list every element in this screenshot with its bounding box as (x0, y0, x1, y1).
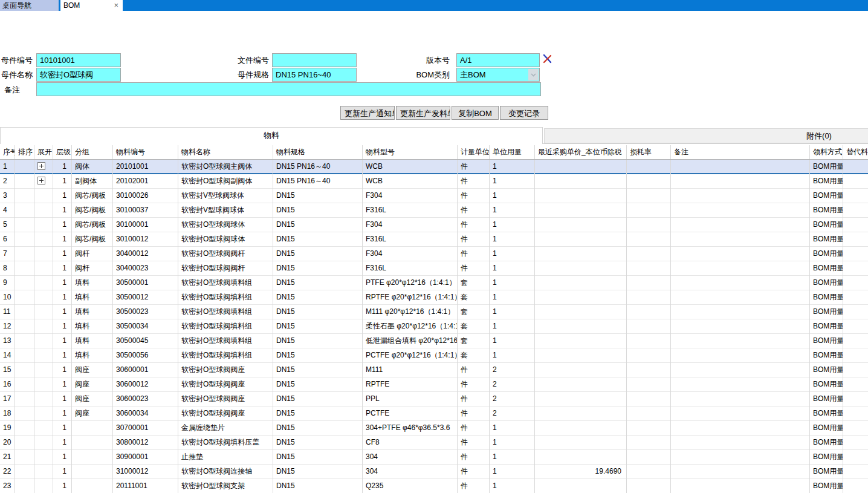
col-header-issue-method[interactable]: 领料方式 (810, 145, 843, 159)
cell-material-model: F304 (363, 218, 458, 232)
cell-sort (15, 261, 34, 276)
version-input[interactable]: A/1 (456, 53, 540, 67)
table-row[interactable]: 22131000012软密封O型球阀连接轴DN15304件119.4690BOM… (0, 465, 868, 479)
tab-materials[interactable]: 物料 (0, 127, 543, 144)
table-row[interactable]: 151阀座30600001软密封O型球阀阀座DN15M111件2BOM用量 (0, 363, 868, 377)
cell-group: 填料 (72, 348, 113, 363)
cell-group: 填料 (72, 319, 113, 334)
chevron-down-icon[interactable] (528, 69, 539, 80)
col-header-loss-rate[interactable]: 损耗率 (627, 145, 671, 159)
cell-group: 阀座 (72, 392, 113, 406)
cell-material-model: PCTFE φ20*φ12*16（1:4:1） (363, 348, 458, 363)
bom-type-select[interactable]: 主BOM (456, 68, 540, 82)
cell-material-code: 30600023 (113, 392, 178, 406)
table-row[interactable]: 91填料30500001软密封O型球阀填料组DN15PTFE φ20*φ12*1… (0, 276, 868, 290)
table-row[interactable]: 101填料30500012软密封O型球阀填料组DN15RPTFE φ20*φ12… (0, 290, 868, 305)
cell-loss-rate (627, 189, 671, 203)
cell-qty-per-unit: 1 (490, 174, 535, 189)
table-row[interactable]: 41阀芯/阀板30100037软密封V型球阀球体DN15F316L件1BOM用量 (0, 203, 868, 218)
col-header-material-code[interactable]: 物料编号 (113, 145, 178, 159)
bom-window: { "topbar": { "tabs": [ {"label": "桌面导航"… (0, 0, 868, 493)
col-header-expand[interactable]: 展开 (34, 145, 53, 159)
cell-unit: 套 (458, 319, 490, 334)
table-row[interactable]: 111填料30500023软密封O型球阀填料组DN15M111 φ20*φ12*… (0, 305, 868, 319)
cell-seq: 12 (0, 319, 15, 334)
col-header-unit[interactable]: 计量单位 (458, 145, 490, 159)
table-row[interactable]: 11阀体20101001软密封O型球阀主阀体DN15 PN16～40WCB件1B… (0, 160, 868, 174)
expand-icon[interactable] (37, 162, 45, 170)
cell-substitute (843, 189, 868, 203)
cell-material-name: 软密封O型球阀球体 (178, 232, 273, 247)
col-header-substitute[interactable]: 替代料 (843, 145, 868, 159)
table-row[interactable]: 141填料30500056软密封O型球阀填料组DN15PCTFE φ20*φ12… (0, 348, 868, 363)
cell-issue-method: BOM用量 (810, 421, 843, 436)
cell-recent-price (535, 305, 627, 319)
cell-substitute (843, 174, 868, 189)
expand-icon[interactable] (37, 177, 45, 184)
table-row[interactable]: 161阀座30600012软密封O型球阀阀座DN15RPTFE件2BOM用量 (0, 377, 868, 392)
cell-expand (34, 406, 53, 421)
table-row[interactable]: 23120111001软密封O型球阀支架DN15Q235件1BOM用量 (0, 479, 868, 493)
cell-issue-method: BOM用量 (810, 406, 843, 421)
col-header-group[interactable]: 分组 (72, 145, 113, 159)
col-header-material-spec[interactable]: 物料规格 (273, 145, 363, 159)
cell-group: 阀芯/阀板 (72, 232, 113, 247)
col-header-seq[interactable]: 序号 (0, 145, 15, 159)
table-row[interactable]: 21副阀体20102001软密封O型球阀副阀体DN15 PN16～40WCB件1… (0, 174, 868, 189)
table-row[interactable]: 20130800012软密封O型球阀填料压盖DN15CF8件1BOM用量 (0, 436, 868, 450)
parent-code-input[interactable]: 10101001 (36, 53, 121, 67)
table-row[interactable]: 21130900001止推垫DN15304件1BOM用量 (0, 450, 868, 465)
table-row[interactable]: 19130700001金属缠绕垫片DN15304+PTFE φ46*φ36.5*… (0, 421, 868, 436)
col-header-material-model[interactable]: 物料型号 (363, 145, 458, 159)
doc-code-input[interactable] (272, 53, 357, 67)
version-tools-icon[interactable] (542, 54, 552, 64)
tab-desktop-nav[interactable]: 桌面导航 (0, 0, 59, 11)
table-row[interactable]: 121填料30500034软密封O型球阀填料组DN15柔性石墨 φ20*φ12*… (0, 319, 868, 334)
cell-remark (671, 392, 810, 406)
cell-seq: 1 (0, 160, 15, 174)
cell-expand (34, 334, 53, 348)
update-production-notice-button[interactable]: 更新生产通知单 (340, 106, 395, 120)
copy-bom-button[interactable]: 复制BOM (452, 106, 499, 120)
cell-expand (34, 421, 53, 436)
table-row[interactable]: 131填料30500045软密封O型球阀填料组DN15低泄漏组合填料 φ20*φ… (0, 334, 868, 348)
cell-expand (34, 232, 53, 247)
table-row[interactable]: 81阀杆30400023软密封O型球阀阀杆DN15F316L件1BOM用量 (0, 261, 868, 276)
table-row[interactable]: 61阀芯/阀板30100012软密封O型球阀球体DN15F316L件1BOM用量 (0, 232, 868, 247)
tab-bom[interactable]: BOM × (60, 0, 123, 11)
col-header-qty-per-unit[interactable]: 单位用量 (490, 145, 535, 159)
cell-issue-method: BOM用量 (810, 465, 843, 479)
table-row[interactable]: 31阀芯/阀板30100026软密封V型球阀球体DN15F304件1BOM用量 (0, 189, 868, 203)
table-row[interactable]: 51阀芯/阀板30100001软密封O型球阀球体DN15F304件1BOM用量 (0, 218, 868, 232)
col-header-sort[interactable]: 排序 (15, 145, 34, 159)
col-header-level[interactable]: 层级 (53, 145, 72, 159)
parent-spec-input[interactable]: DN15 PN16~40 (272, 68, 357, 82)
cell-expand (34, 261, 53, 276)
col-header-remark[interactable]: 备注 (671, 145, 810, 159)
table-row[interactable]: 71阀杆30400012软密封O型球阀阀杆DN15F304件1BOM用量 (0, 247, 868, 261)
parent-name-input[interactable]: 软密封O型球阀 (36, 68, 121, 82)
cell-remark (671, 305, 810, 319)
cell-sort (15, 363, 34, 377)
cell-group: 阀座 (72, 363, 113, 377)
table-row[interactable]: 181阀座30600034软密封O型球阀阀座DN15PCTFE件2BOM用量 (0, 406, 868, 421)
cell-loss-rate (627, 290, 671, 305)
cell-remark (671, 247, 810, 261)
col-header-recent-price[interactable]: 最近采购单价_本位币除税 (535, 145, 627, 159)
cell-qty-per-unit: 1 (490, 450, 535, 465)
update-production-issue-button[interactable]: 更新生产发料单 (396, 106, 450, 120)
cell-seq: 17 (0, 392, 15, 406)
remark-input[interactable] (36, 82, 541, 96)
tab-attachments[interactable]: 附件(0) (544, 128, 868, 143)
table-row[interactable]: 171阀座30600023软密封O型球阀阀座DN15PPL件2BOM用量 (0, 392, 868, 406)
cell-issue-method: BOM用量 (810, 305, 843, 319)
tab-close-icon[interactable]: × (112, 1, 120, 10)
cell-unit: 件 (458, 218, 490, 232)
cell-substitute (843, 218, 868, 232)
cell-recent-price (535, 436, 627, 450)
col-header-material-name[interactable]: 物料名称 (178, 145, 273, 159)
cell-unit: 件 (458, 479, 490, 493)
cell-loss-rate (627, 334, 671, 348)
change-record-button[interactable]: 变更记录 (500, 106, 548, 120)
cell-seq: 6 (0, 232, 15, 247)
